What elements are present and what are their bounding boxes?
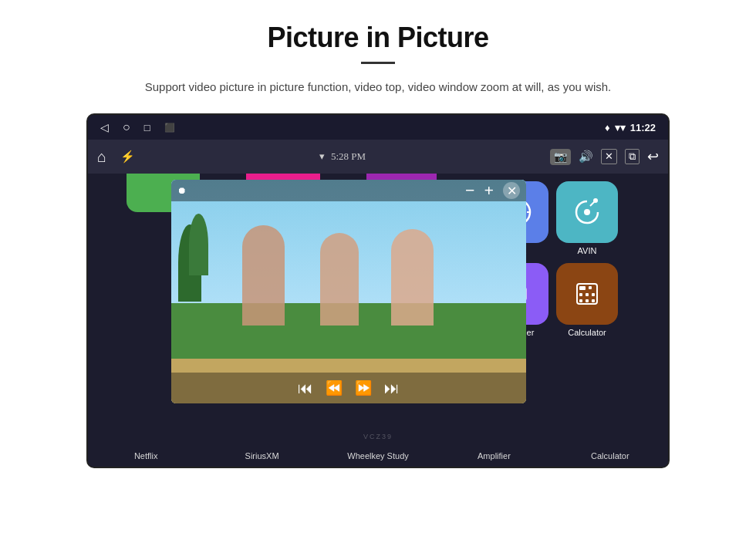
back-icon[interactable]: ↩ bbox=[647, 148, 659, 165]
volume-icon[interactable]: 🔊 bbox=[579, 150, 593, 164]
svg-rect-20 bbox=[586, 299, 589, 302]
calculator-svg bbox=[570, 277, 604, 311]
pip-minus-btn[interactable]: − bbox=[465, 180, 475, 201]
recent-nav-icon[interactable]: □ bbox=[144, 122, 150, 133]
camera-button[interactable]: 📷 bbox=[550, 149, 571, 165]
wifi-status-icon: ▾▾ bbox=[615, 122, 626, 133]
svg-rect-21 bbox=[592, 299, 595, 302]
svg-rect-16 bbox=[579, 293, 582, 296]
title-divider bbox=[361, 62, 395, 64]
wifi-nav-icon: ▾ bbox=[319, 150, 325, 163]
svg-rect-19 bbox=[579, 299, 582, 302]
nav-bar-center: ▾ 5:28 PM bbox=[319, 150, 366, 163]
pip-prev-btn[interactable]: ⏮ bbox=[298, 380, 313, 397]
avin-svg bbox=[570, 195, 604, 229]
calculator-icon bbox=[556, 263, 618, 325]
beach-scene bbox=[171, 180, 526, 403]
bottom-label-netflix: Netflix bbox=[88, 451, 204, 460]
home-nav-icon[interactable]: ○ bbox=[123, 120, 130, 134]
watermark: VCZ39 bbox=[363, 433, 393, 440]
pip-forward-btn[interactable]: ⏩ bbox=[355, 380, 372, 396]
pip-record-icon: ⏺ bbox=[177, 185, 187, 197]
close-nav-icon[interactable]: ✕ bbox=[601, 149, 617, 164]
pip-controls: ⏮ ⏪ ⏩ ⏭ bbox=[171, 373, 526, 403]
nav-bar: ⌂ ⚡ ▾ 5:28 PM 📷 🔊 ✕ ⧉ ↩ bbox=[88, 140, 668, 174]
avin-app[interactable]: AVIN bbox=[556, 181, 618, 255]
bottom-label-siriusxm: SiriusXM bbox=[204, 451, 319, 460]
bottom-labels: Netflix SiriusXM Wheelkey Study Amplifie… bbox=[88, 442, 668, 468]
status-bar-right: ♦ ▾▾ 11:22 bbox=[605, 122, 656, 133]
pip-topbar: ⏺ − + ✕ bbox=[171, 180, 526, 201]
nav-bar-left: ⌂ ⚡ bbox=[97, 148, 135, 166]
cast-icon: ⬛ bbox=[164, 123, 175, 133]
status-time: 11:22 bbox=[630, 122, 656, 133]
avin-label: AVIN bbox=[578, 246, 597, 255]
nav-bar-right: 📷 🔊 ✕ ⧉ ↩ bbox=[550, 148, 659, 165]
svg-rect-15 bbox=[589, 286, 592, 289]
svg-rect-14 bbox=[579, 286, 586, 290]
back-nav-icon[interactable]: ◁ bbox=[100, 121, 109, 133]
avin-icon bbox=[556, 181, 618, 243]
pip-rewind-btn[interactable]: ⏪ bbox=[326, 380, 343, 396]
svg-point-9 bbox=[593, 198, 598, 203]
calculator-app[interactable]: Calculator bbox=[556, 263, 618, 337]
page-title: Picture in Picture bbox=[267, 22, 488, 54]
svg-rect-17 bbox=[586, 293, 589, 296]
calculator-label: Calculator bbox=[568, 328, 606, 337]
nav-time: 5:28 PM bbox=[331, 150, 366, 163]
svg-rect-18 bbox=[592, 293, 595, 296]
page-subtitle: Support video picture in picture functio… bbox=[145, 78, 611, 96]
pip-next-btn[interactable]: ⏭ bbox=[384, 380, 400, 397]
pip-plus-btn[interactable]: + bbox=[484, 180, 494, 201]
usb-icon: ⚡ bbox=[120, 150, 135, 164]
pip-close-btn[interactable]: ✕ bbox=[503, 182, 520, 199]
pip-overlay[interactable]: ⏺ − + ✕ ⏮ ⏪ ⏩ ⏭ bbox=[171, 180, 526, 403]
main-content: ⏺ − + ✕ ⏮ ⏪ ⏩ ⏭ bbox=[88, 174, 668, 468]
svg-point-7 bbox=[584, 209, 590, 215]
location-icon: ♦ bbox=[605, 122, 610, 133]
page-wrapper: Picture in Picture Support video picture… bbox=[0, 0, 756, 468]
bottom-label-amplifier: Amplifier bbox=[436, 451, 552, 460]
bottom-label-wheelkey: Wheelkey Study bbox=[320, 451, 436, 460]
pip-nav-icon[interactable]: ⧉ bbox=[625, 149, 640, 164]
status-bar-left: ◁ ○ □ ⬛ bbox=[100, 120, 175, 134]
bottom-label-calculator: Calculator bbox=[552, 451, 668, 460]
status-bar: ◁ ○ □ ⬛ ♦ ▾▾ 11:22 bbox=[88, 115, 668, 140]
home-icon[interactable]: ⌂ bbox=[97, 148, 106, 166]
device-frame: ◁ ○ □ ⬛ ♦ ▾▾ 11:22 ⌂ ⚡ ▾ 5:28 PM 📷 bbox=[86, 113, 670, 468]
